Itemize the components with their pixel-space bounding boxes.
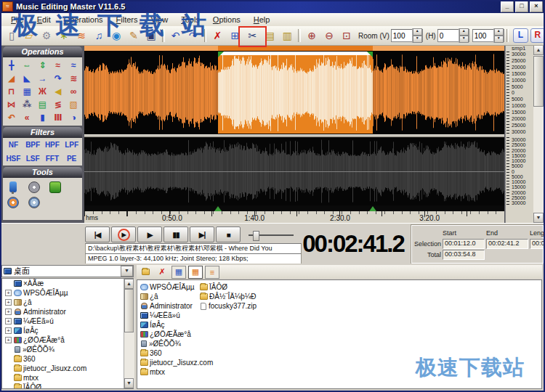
op-icon-14[interactable]: ◀ <box>50 85 65 98</box>
file-item[interactable]: 360 <box>140 348 213 358</box>
menu-item[interactable]: Edit <box>31 14 57 25</box>
folder-up-icon[interactable] <box>138 266 153 279</box>
file-item[interactable]: »ØÊÕÕ¾ <box>140 339 213 348</box>
waveform-panel[interactable]: hms 0:50.01:40.02:30.03:20.0 <box>84 45 504 223</box>
time-ruler[interactable]: hms 0:50.01:40.02:30.03:20.0 <box>84 211 504 223</box>
save-icon[interactable]: ▣ <box>142 28 160 44</box>
tree-item[interactable]: ¿ØÖÆÃæ°å <box>2 335 133 345</box>
image-tool-icon[interactable] <box>49 181 61 193</box>
op-icon-20[interactable]: ▧ <box>66 98 81 111</box>
h-spinner-2[interactable]: 100 ▲▼ <box>472 29 504 42</box>
record-mic-icon[interactable] <box>9 181 17 192</box>
scroll-up-icon[interactable]: ▲ <box>124 279 134 289</box>
paste-icon[interactable]: ▤ <box>261 28 278 44</box>
stop-button[interactable]: ■ <box>216 226 241 242</box>
tree-item[interactable]: jietuocr_Jisuxz.com <box>2 364 133 373</box>
selection-end-marker[interactable] <box>369 206 376 211</box>
seek-handle[interactable] <box>253 231 259 241</box>
maximize-button[interactable]: □ <box>515 1 528 12</box>
expand-toggle[interactable] <box>5 299 12 306</box>
menu-item[interactable]: File <box>4 14 31 25</box>
overview-bar[interactable] <box>84 45 504 52</box>
scroll-up-icon[interactable]: ▲ <box>533 45 544 55</box>
selection-start-marker[interactable] <box>214 206 222 211</box>
open-file-icon[interactable]: ▱ <box>20 28 38 44</box>
cut-icon[interactable]: ✂ <box>243 28 261 44</box>
play-selection-button[interactable]: ▶ <box>111 226 136 242</box>
op-icon-8[interactable]: → <box>35 72 50 85</box>
op-icon-25[interactable]: ◑ <box>66 111 81 124</box>
op-icon-23[interactable]: ▮ <box>35 111 50 124</box>
op-icon-17[interactable]: ⁂ <box>19 98 34 111</box>
left-channel-button[interactable]: L <box>513 28 528 43</box>
view-list-icon[interactable]: ≡ <box>205 266 219 279</box>
waveform-left-channel[interactable] <box>84 52 504 134</box>
delete-file-icon[interactable]: ✗ <box>155 266 169 279</box>
op-icon-18[interactable]: ▤ <box>35 98 50 111</box>
skip-start-button[interactable]: |◀ <box>85 226 110 242</box>
batch-convert-icon[interactable]: ∗ <box>55 28 73 44</box>
op-icon-10[interactable]: ≋ <box>66 72 81 85</box>
file-item[interactable]: ¿ØÖÆÃæ°å <box>140 330 213 339</box>
menu-item[interactable]: Tools <box>174 14 206 25</box>
spin-up-icon[interactable]: ▲ <box>413 28 422 36</box>
op-icon-3[interactable]: ⇕ <box>35 59 50 72</box>
spin-down-icon[interactable]: ▼ <box>413 36 422 43</box>
filter-button[interactable]: LPF <box>62 141 81 149</box>
op-icon-2[interactable]: ⇔ <box>19 59 34 72</box>
cd-burn-icon[interactable] <box>7 197 19 208</box>
menu-item[interactable]: Operations <box>57 14 110 25</box>
pause-button[interactable]: ▮▮ <box>164 226 188 242</box>
tree-item[interactable]: ÍøÂç <box>2 326 133 335</box>
op-icon-15[interactable]: ∞ <box>66 85 81 98</box>
filter-button[interactable]: PE <box>62 155 81 163</box>
seek-slider[interactable] <box>249 231 294 240</box>
op-icon-13[interactable]: Ж <box>35 85 50 98</box>
op-icon-21[interactable]: ↶ <box>4 111 19 124</box>
play-to-end-button[interactable]: ▶| <box>190 226 214 242</box>
filter-button[interactable]: HPF <box>43 141 62 149</box>
redo-icon[interactable]: ↷ <box>185 28 202 44</box>
tree-item[interactable]: ¿â <box>2 298 133 307</box>
expand-toggle[interactable] <box>5 327 12 334</box>
scrollbar-thumb[interactable] <box>124 289 134 332</box>
file-item[interactable]: ¼ÆËã»ú <box>140 311 213 320</box>
open-settings-icon[interactable]: ⚙ <box>38 28 55 44</box>
undo-icon[interactable]: ↶ <box>167 28 185 44</box>
expand-toggle[interactable] <box>5 290 12 296</box>
view-large-icons-icon[interactable]: ▦ <box>171 266 186 279</box>
menu-item[interactable]: View <box>145 14 175 25</box>
tree-item[interactable]: WPSÔÆÎÄµµ <box>2 288 133 298</box>
record-icon[interactable]: ≋ <box>73 28 90 44</box>
filter-button[interactable]: FFT <box>43 155 62 163</box>
op-icon-24[interactable]: Ⅲ <box>50 111 65 124</box>
expand-toggle[interactable] <box>5 309 12 315</box>
audio-file-icon[interactable]: ♫ <box>90 28 108 44</box>
op-icon-16[interactable]: ⋈ <box>4 98 19 111</box>
file-item[interactable]: ÏÂÔØ <box>200 282 257 292</box>
scroll-down-icon[interactable]: ▼ <box>533 213 544 223</box>
file-item[interactable]: focusky377.zip <box>200 301 257 311</box>
tree-item[interactable]: ÏÂÔØ <box>2 383 133 389</box>
zoom-out-icon[interactable]: ⊖ <box>320 28 338 44</box>
tree-scrollbar[interactable]: ▲ ▼ <box>124 279 134 388</box>
op-icon-12[interactable]: ▦ <box>19 85 34 98</box>
spin-down-icon[interactable]: ▼ <box>459 36 469 43</box>
op-icon-5[interactable]: ≈ <box>66 59 81 72</box>
file-item[interactable]: mtxx <box>140 367 213 377</box>
copy-icon[interactable]: ⊞ <box>226 28 243 44</box>
filter-button[interactable]: HSF <box>4 155 23 163</box>
file-item[interactable]: jietuocr_Jisuxz.com <box>140 358 213 367</box>
file-item[interactable]: ÍøÂç <box>140 320 213 330</box>
delete-icon[interactable]: ✗ <box>209 28 226 44</box>
location-combobox[interactable]: 桌面 ▼ <box>1 265 134 277</box>
spin-up-icon[interactable]: ▲ <box>459 28 469 36</box>
waveform-right-channel[interactable] <box>84 137 504 205</box>
op-icon-22[interactable]: « <box>19 111 34 124</box>
play-media-icon[interactable]: ◉ <box>108 28 125 44</box>
right-channel-button[interactable]: R <box>530 28 545 43</box>
overview-selection[interactable] <box>218 45 373 51</box>
close-button[interactable]: × <box>530 1 543 12</box>
edit-icon[interactable]: ✎ <box>125 28 142 44</box>
tree-item[interactable]: 360 <box>2 354 133 364</box>
